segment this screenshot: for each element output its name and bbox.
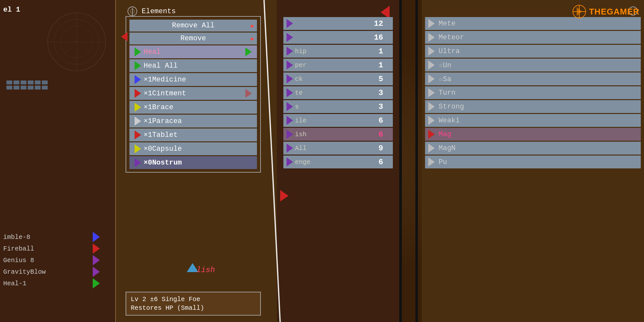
list-item[interactable]: hip 1 (283, 45, 393, 58)
list-item[interactable]: Meteor (425, 31, 641, 44)
tri-purple-icon (287, 116, 293, 125)
tri-purple-icon (135, 158, 141, 167)
spell-name: imble-8 (3, 233, 91, 241)
list-item[interactable]: Mete (425, 17, 641, 30)
paracea-item[interactable]: ×1Paracea (129, 115, 257, 128)
arrow-icon: ▶ (251, 35, 254, 42)
capsule-item[interactable]: ×0Capsule (129, 142, 257, 155)
list-item[interactable]: s 3 (283, 100, 393, 113)
row-label: enge (295, 158, 314, 166)
row-number: 6 (370, 158, 383, 166)
row-label: hip (295, 48, 310, 55)
list-item[interactable]: Ultra (425, 45, 641, 58)
row-number: 12 (370, 19, 383, 28)
list-item[interactable]: Weaki (425, 114, 641, 127)
list-item[interactable]: per 1 (283, 59, 393, 71)
red-pointer-mid-icon (280, 190, 289, 202)
row-number: 3 (370, 102, 383, 111)
heal-item[interactable]: Heal (129, 45, 257, 58)
list-item[interactable]: ish 6 (283, 128, 393, 141)
tri-purple-icon (287, 130, 293, 139)
heal-all-label: Heal All (144, 62, 252, 70)
tri-green-right-icon (245, 47, 252, 56)
row-number: 6 (370, 116, 383, 125)
tri-green-icon (135, 47, 141, 56)
row-label: per (295, 62, 310, 69)
number-list-panel: 12 16 hip 1 per 1 ck 5 te 3 (277, 0, 399, 322)
row-label: All (295, 145, 310, 152)
finish-text: lish (196, 266, 215, 274)
remove-item[interactable]: Remove ▶ (129, 33, 257, 44)
list-item[interactable]: te 3 (283, 86, 393, 99)
spell-name: MagN (439, 144, 636, 152)
number-rows: 12 16 hip 1 per 1 ck 5 te 3 (277, 0, 399, 168)
medicine-label: ×1Medicine (144, 76, 252, 84)
capsule-label: ×0Capsule (144, 145, 252, 153)
tri-silver-icon (135, 117, 141, 126)
list-item[interactable]: Turn (425, 86, 641, 99)
list-item[interactable]: Pu (425, 156, 641, 168)
brace-item[interactable]: ×1Brace (129, 101, 257, 114)
medicine-item[interactable]: ×1Medicine (129, 73, 257, 86)
elements-menu-box: Remove All ▶ Remove ▶ Heal Heal All (126, 16, 261, 173)
nostrum-item[interactable]: ×0Nostrum (129, 156, 257, 169)
list-item[interactable]: Genius 8 (3, 255, 100, 265)
row-number: 16 (370, 33, 383, 42)
tri-silver-icon (428, 157, 435, 166)
list-item[interactable]: Fireball (3, 243, 100, 254)
elements-title-bar: Elements (126, 6, 261, 16)
tri-purple-icon (287, 74, 293, 83)
spell-name: Ultra (439, 47, 636, 55)
vertical-divider-2 (415, 0, 418, 322)
list-item[interactable]: 12 (283, 17, 393, 30)
spell-name: Weaki (439, 117, 636, 125)
tri-purple-icon (287, 61, 293, 70)
list-item[interactable]: Heal-1 (3, 278, 100, 289)
paracea-label: ×1Paracea (144, 117, 252, 125)
row-number: 9 (370, 144, 383, 153)
heal-label: Heal (144, 48, 245, 56)
list-item[interactable]: imble-8 (3, 232, 100, 242)
spell-name: Heal-1 (3, 280, 91, 287)
heal-all-item[interactable]: Heal All (129, 59, 257, 72)
list-item[interactable]: ☆Un (425, 59, 641, 71)
row-number: 6 (370, 130, 383, 139)
info-box: Lv 2 ±6 Single Foe Restores HP (Small) (126, 292, 261, 316)
list-item[interactable]: MagN (425, 142, 641, 155)
cintment-item[interactable]: ×1Cintment (129, 87, 257, 100)
tri-green-icon (135, 61, 141, 70)
tri-purple-icon (93, 255, 100, 265)
circle-design-icon (44, 10, 109, 74)
right-spell-rows: Mete Meteor Ultra ☆Un ☆Sa Turn Strong (422, 0, 644, 168)
row-number: 1 (370, 47, 383, 56)
list-item[interactable]: GravityBlow (3, 267, 100, 277)
list-item[interactable]: All 9 (283, 142, 393, 155)
nostrum-label: ×0Nostrum (144, 159, 252, 167)
row-label: ile (295, 117, 310, 124)
elements-container: Elements Remove All ▶ Remove ▶ Heal (126, 6, 261, 173)
list-item[interactable]: Mag (425, 128, 641, 141)
tri-silver-icon (428, 144, 435, 153)
thegamer-icon (572, 5, 586, 19)
level-label: el 1 (3, 6, 20, 14)
tri-blue-icon (135, 75, 141, 84)
list-item[interactable]: ck 5 (283, 72, 393, 85)
tri-purple-icon (287, 33, 293, 42)
row-label: ck (295, 75, 306, 83)
spell-name: Pu (439, 158, 636, 166)
tri-red-right-icon (245, 89, 252, 98)
arrow-icon: ▶ (251, 22, 254, 29)
spell-name: Strong (439, 103, 636, 111)
list-item[interactable]: ☆Sa (425, 72, 641, 85)
list-item[interactable]: ile 6 (283, 114, 393, 127)
cintment-label: ×1Cintment (144, 90, 245, 98)
tablet-item[interactable]: ×1Tablet (129, 128, 257, 141)
tri-purple-icon (287, 19, 293, 28)
list-item[interactable]: Strong (425, 100, 641, 113)
right-spell-list: Mete Meteor Ultra ☆Un ☆Sa Turn Strong (422, 0, 644, 322)
remove-all-item[interactable]: Remove All ▶ (129, 20, 257, 32)
vertical-divider (399, 0, 402, 322)
list-item[interactable]: 16 (283, 31, 393, 44)
remove-label: Remove (180, 34, 206, 43)
list-item[interactable]: enge 6 (283, 156, 393, 168)
